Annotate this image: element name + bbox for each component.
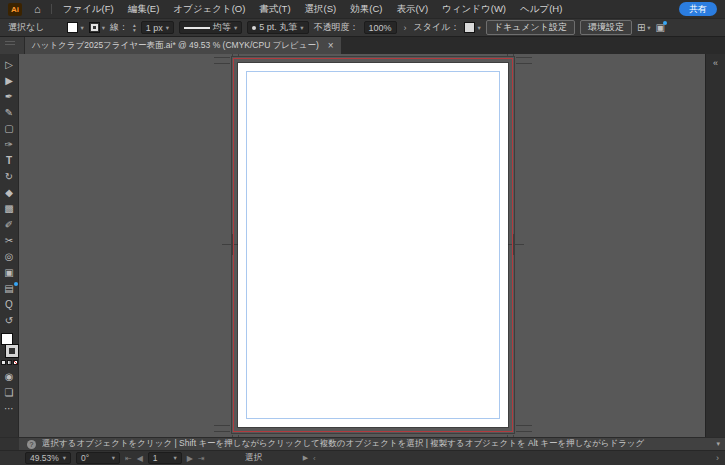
curvature-tool[interactable]: ✎ xyxy=(1,105,18,121)
eyedropper-tool[interactable]: ✐ xyxy=(1,217,18,233)
stroke-label[interactable]: 線： xyxy=(110,21,128,34)
artboard-number-value: 1 xyxy=(153,453,158,463)
rotate-tool[interactable]: ↻ xyxy=(1,169,18,185)
current-tool-indicator[interactable]: 選択 xyxy=(210,452,298,464)
paintbrush-tool[interactable]: ✑ xyxy=(1,137,18,153)
menu-type[interactable]: 書式(T) xyxy=(252,0,297,18)
fill-stroke-indicator[interactable] xyxy=(1,333,18,357)
chevron-down-icon: ▾ xyxy=(174,454,177,462)
trim-mark xyxy=(516,57,532,64)
direct-selection-tool[interactable]: ▶ xyxy=(1,73,18,89)
chevron-down-icon: ▾ xyxy=(477,24,480,32)
chevron-down-icon: ▾ xyxy=(102,24,105,32)
next-artboard-button[interactable]: ▶ xyxy=(187,454,193,463)
first-artboard-button[interactable]: ⇤ xyxy=(125,454,132,463)
preferences-button[interactable]: 環境設定 xyxy=(580,20,632,35)
zoom-tool[interactable]: Q xyxy=(1,297,18,313)
hint-bar: ? 選択するオブジェクトをクリック | Shift キーを押しながらクリックして… xyxy=(0,437,725,450)
document-setup-button[interactable]: ドキュメント設定 xyxy=(486,20,575,35)
opacity-field[interactable]: 100% xyxy=(364,21,397,34)
menu-items: ファイル(F)編集(E)オブジェクト(O)書式(T)選択(S)効果(C)表示(V… xyxy=(56,0,570,18)
trim-mark xyxy=(507,435,514,437)
zoom-level-dropdown[interactable]: 49.53% ▾ xyxy=(25,452,71,464)
status-menu-arrow-icon[interactable]: ▶ xyxy=(303,454,308,462)
illustrator-window: Ai ⌂ ファイル(F)編集(E)オブジェクト(O)書式(T)選択(S)効果(C… xyxy=(0,0,725,465)
trim-mark xyxy=(516,425,532,432)
help-icon[interactable]: ? xyxy=(27,440,36,449)
overflow-chevron-icon[interactable]: › xyxy=(404,23,407,33)
fill-proxy-swatch[interactable] xyxy=(1,333,13,345)
control-bar: 選択なし ▾ ▾ 線： ▴▾ 1 px ▾ 均等 ▾ 5 pt. 丸筆 ▾ 不透… xyxy=(0,18,725,37)
tools-panel: ▷▶✒✎▢✑T↻◆▩✐✂◎▣▤Q↺ ◉ ❏ ⋯ xyxy=(0,54,19,437)
stroke-width-stepper[interactable]: ▴▾ xyxy=(133,23,136,32)
width-profile-dropdown[interactable]: 均等 ▾ xyxy=(179,21,242,34)
none-mode-button[interactable] xyxy=(13,360,18,365)
menu-divider xyxy=(51,4,52,14)
main-area: ▷▶✒✎▢✑T↻◆▩✐✂◎▣▤Q↺ ◉ ❏ ⋯ xyxy=(0,54,725,437)
artboard-number-dropdown[interactable]: 1 ▾ xyxy=(148,452,182,464)
home-icon[interactable]: ⌂ xyxy=(34,3,41,15)
last-artboard-button[interactable]: ⇥ xyxy=(198,454,205,463)
app-logo-icon[interactable]: Ai xyxy=(8,3,22,16)
menu-window[interactable]: ウィンドウ(W) xyxy=(435,0,513,18)
blend-tool[interactable]: ◎ xyxy=(1,249,18,265)
trim-mark xyxy=(214,425,230,432)
brush-definition-dropdown[interactable]: 5 pt. 丸筆 ▾ xyxy=(247,21,308,34)
canvas[interactable] xyxy=(19,54,705,437)
opacity-label[interactable]: 不透明度： xyxy=(314,21,359,34)
trim-mark xyxy=(214,57,230,64)
tool-list: ▷▶✒✎▢✑T↻◆▩✐✂◎▣▤Q↺ xyxy=(1,57,18,329)
close-icon[interactable]: × xyxy=(328,40,334,51)
scroll-right-icon[interactable]: › xyxy=(716,453,719,463)
stroke-proxy-swatch[interactable] xyxy=(6,345,18,357)
fill-color-dropdown[interactable]: ▾ xyxy=(67,22,83,33)
artboard-tool[interactable]: ▣ xyxy=(1,265,18,281)
arrange-documents-dropdown[interactable]: ⊞ ▾ xyxy=(637,22,651,33)
pen-tool[interactable]: ✒ xyxy=(1,89,18,105)
graphic-style-dropdown[interactable]: ▾ xyxy=(464,22,480,33)
rotation-value: 0° xyxy=(81,453,89,463)
arrange-documents-icon: ⊞ xyxy=(637,22,645,33)
style-swatch xyxy=(464,22,475,33)
edit-toolbar-button[interactable]: ⋯ xyxy=(1,401,18,417)
document-tab-bar: ハットクラブ2025フライヤー表面.ai* @ 49.53 % (CMYK/CP… xyxy=(0,37,725,54)
share-button[interactable]: 共有 xyxy=(679,2,717,16)
screen-mode-button[interactable]: ❏ xyxy=(1,385,18,401)
comment-tool[interactable]: ▤ xyxy=(1,281,18,297)
gradient-mode-button[interactable] xyxy=(7,360,12,365)
type-tool[interactable]: T xyxy=(1,153,18,169)
scroll-left-icon[interactable]: ‹ xyxy=(313,454,316,463)
stroke-preview-line xyxy=(184,27,210,29)
toolbar-stub xyxy=(0,438,19,450)
color-mode-button[interactable] xyxy=(1,360,6,365)
shaper-tool[interactable]: ◆ xyxy=(1,185,18,201)
menu-effect[interactable]: 効果(C) xyxy=(343,0,389,18)
drawing-modes-button[interactable]: ◉ xyxy=(1,369,18,385)
stroke-color-dropdown[interactable]: ▾ xyxy=(89,22,105,33)
rotation-dropdown[interactable]: 0° ▾ xyxy=(76,452,120,464)
gradient-tool[interactable]: ▩ xyxy=(1,201,18,217)
rotate-view-tool[interactable]: ↺ xyxy=(1,313,18,329)
menu-view[interactable]: 表示(V) xyxy=(389,0,435,18)
stroke-width-field[interactable]: 1 px ▾ xyxy=(141,21,174,34)
chevron-down-icon: ▾ xyxy=(166,24,169,32)
hint-collapse-icon[interactable]: ▾ xyxy=(716,440,720,448)
trim-mark xyxy=(232,435,239,437)
previous-artboard-button[interactable]: ◀ xyxy=(137,454,143,463)
toolbar-dock-grip[interactable] xyxy=(0,37,24,54)
menu-file[interactable]: ファイル(F) xyxy=(56,0,121,18)
menu-object[interactable]: オブジェクト(O) xyxy=(166,0,252,18)
status-bar: 49.53% ▾ 0° ▾ ⇤ ◀ 1 ▾ ▶ ⇥ 選択 ▶ ‹ › xyxy=(0,450,725,465)
menu-edit[interactable]: 編集(E) xyxy=(121,0,167,18)
selection-status: 選択なし xyxy=(8,21,44,34)
scissors-tool[interactable]: ✂ xyxy=(1,233,18,249)
menu-help[interactable]: ヘルプ(H) xyxy=(513,0,569,18)
document-tab[interactable]: ハットクラブ2025フライヤー表面.ai* @ 49.53 % (CMYK/CP… xyxy=(25,37,341,54)
menu-select[interactable]: 選択(S) xyxy=(298,0,344,18)
chevron-down-icon: ▾ xyxy=(80,24,83,32)
rectangle-tool[interactable]: ▢ xyxy=(1,121,18,137)
workspace-switcher-icon[interactable]: ▣ xyxy=(656,22,665,33)
menu-bar: Ai ⌂ ファイル(F)編集(E)オブジェクト(O)書式(T)選択(S)効果(C… xyxy=(0,0,725,18)
expand-panels-icon[interactable]: « xyxy=(713,58,718,68)
selection-tool[interactable]: ▷ xyxy=(1,57,18,73)
